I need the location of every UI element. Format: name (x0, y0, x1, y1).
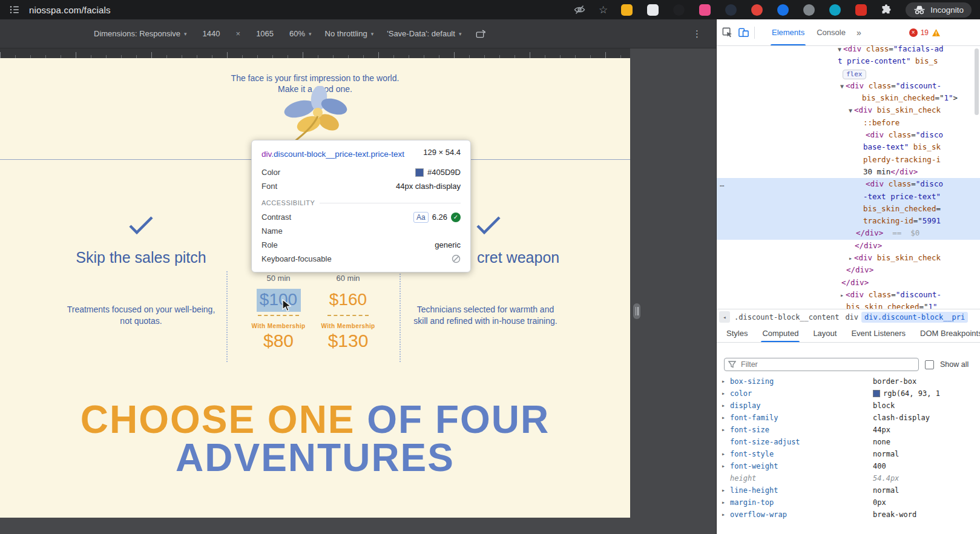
extension-blue-icon[interactable] (777, 4, 789, 16)
preview-eye-off-icon[interactable] (574, 4, 585, 15)
color-swatch (873, 390, 880, 397)
elements-tree-line[interactable]: </div> == $0 (717, 227, 980, 239)
breadcrumb-item[interactable]: .discount-block__content (731, 312, 842, 323)
show-all-checkbox[interactable] (925, 360, 934, 369)
chevron-down-icon: ▾ (371, 31, 374, 37)
throttling-dropdown[interactable]: No throttling▾ (325, 29, 374, 38)
computed-style-row[interactable]: ▸font-weight400 (717, 460, 980, 472)
rotate-viewport-icon[interactable] (475, 28, 486, 39)
tooltip-element-size: 129 × 54.4 (423, 148, 461, 160)
tooltip-color-row: Color #405D9D (261, 165, 461, 179)
tooltip-font-row: Font 44px clash-display (261, 179, 461, 193)
filter-box[interactable] (724, 358, 919, 371)
extension-dark-ring-icon[interactable] (673, 4, 685, 16)
extension-navy-icon[interactable] (725, 4, 737, 16)
breadcrumb-item[interactable]: div (842, 312, 861, 323)
not-focusable-icon (452, 254, 461, 263)
page-viewport: The face is your first impression to the… (0, 58, 630, 518)
elements-tree-line[interactable]: </div> (717, 240, 980, 252)
computed-style-row[interactable]: ▸displayblock (717, 400, 980, 412)
computed-style-row[interactable]: ▸colorrgb(64, 93, 1 (717, 387, 980, 400)
tooltip-role-row: Role generic (261, 238, 461, 252)
save-data-dropdown[interactable]: 'Save-Data': default▾ (387, 29, 461, 38)
elements-tree-line[interactable]: </div> (717, 277, 980, 289)
tooltip-accessibility-header: ACCESSIBILITY (261, 199, 461, 206)
breadcrumb-scroll-left-icon[interactable]: ◂ (719, 311, 730, 323)
elements-tree-line[interactable]: </div> (717, 264, 980, 276)
elements-tree-line[interactable]: ▸<div bis_skin_check (717, 252, 980, 264)
elements-tree-line[interactable]: ▸<div class="discount- (717, 289, 980, 301)
elements-tree-line[interactable]: flex (717, 68, 980, 80)
elements-tree-line[interactable]: ▼<div class="discount- (717, 80, 980, 92)
viewport-resize-handle[interactable] (633, 303, 640, 319)
sidebar-tab-layout[interactable]: Layout (806, 325, 844, 342)
browser-menu-icon[interactable] (8, 4, 21, 16)
error-count: 19 (921, 28, 929, 37)
zoom-dropdown[interactable]: 60%▾ (289, 29, 312, 38)
devtools-scrollbar[interactable] (975, 48, 979, 115)
devtools-tab-console[interactable]: Console (811, 19, 852, 45)
computed-style-row[interactable]: ▸overflow-wrapbreak-word (717, 509, 980, 521)
elements-tree-line[interactable]: ▼<div class="facials-ad (717, 43, 980, 55)
computed-style-row[interactable]: height54.4px (717, 472, 980, 484)
dimensions-separator: × (236, 29, 241, 38)
more-tabs-icon[interactable]: » (857, 28, 861, 38)
member-price-2: $130 (318, 331, 378, 351)
viewport-width-input[interactable]: 1440 (200, 28, 223, 39)
extension-teal-icon[interactable] (829, 4, 841, 16)
elements-tree-line[interactable]: 30 min</div> (717, 166, 980, 178)
elements-tree-line[interactable]: bis_skin_checked="1" (717, 301, 980, 309)
device-toolbar-toggle-icon[interactable] (738, 27, 749, 38)
elements-tree-line[interactable]: ::before (717, 117, 980, 129)
elements-tree-line[interactable]: t price-content" bis_s (717, 55, 980, 67)
issues-cluster[interactable]: × 19 (909, 28, 941, 37)
computed-style-row[interactable]: ▸line-heightnormal (717, 484, 980, 496)
elements-tree-line[interactable]: <div class="disco (717, 129, 980, 141)
computed-style-row[interactable]: ▸margin-top0px (717, 496, 980, 509)
computed-style-row[interactable]: ▸box-sizingborder-box (717, 375, 980, 387)
extensions-puzzle-icon[interactable] (880, 4, 892, 16)
breadcrumb: ◂ .discount-block__contentdivdiv.discoun… (717, 309, 980, 325)
computed-style-row[interactable]: ▸font-size44px (717, 424, 980, 436)
elements-tree-line[interactable]: bis_skin_checked="1"> (717, 92, 980, 104)
node-options-icon[interactable]: … (720, 178, 725, 190)
elements-tree-line[interactable]: bis_skin_checked= (717, 203, 980, 215)
dimensions-dropdown[interactable]: Dimensions: Responsive▾ (94, 29, 187, 38)
devtools-tab-elements[interactable]: Elements (766, 19, 811, 45)
contrast-aa-badge: Aa (413, 212, 429, 223)
show-all-label: Show all (940, 360, 968, 369)
extension-gray-icon[interactable] (803, 4, 815, 16)
elements-tree-line[interactable]: tracking-id="5991 (717, 215, 980, 227)
computed-style-row[interactable]: font-size-adjustnone (717, 436, 980, 448)
tooltip-contrast-row: Contrast Aa6.26✓ (261, 210, 461, 224)
url-field[interactable]: niosspa.com/facials (29, 5, 111, 15)
sidebar-tab-styles[interactable]: Styles (719, 325, 755, 342)
elements-tree-line[interactable]: …<div class="disco (717, 178, 980, 190)
extension-pink-icon[interactable] (699, 4, 711, 16)
chevron-down-icon: ▾ (459, 31, 462, 37)
viewport-height-input[interactable]: 1065 (254, 28, 276, 39)
extension-yellow-icon[interactable] (621, 4, 633, 16)
duration-label-2: 60 min (321, 274, 375, 283)
sidebar-tab-dom-breakpoints[interactable]: DOM Breakpoints (913, 325, 980, 342)
extension-red-icon[interactable] (751, 4, 763, 16)
screen: niosspa.com/facials ☆ Incognito Dimensio… (0, 0, 980, 534)
elements-tree-line[interactable]: -text price-text" (717, 191, 980, 203)
extension-light-icon[interactable] (647, 4, 659, 16)
inspect-element-icon[interactable] (722, 27, 733, 38)
elements-tree-line[interactable]: base-text" bis_sk (717, 141, 980, 153)
elements-tree-line[interactable]: plerdy-tracking-i (717, 154, 980, 166)
bookmark-star-icon[interactable]: ☆ (599, 5, 608, 15)
elements-tree-line[interactable]: ▼<div bis_skin_check (717, 104, 980, 116)
device-toolbar-more-icon[interactable]: ⋮ (692, 28, 702, 39)
filter-input[interactable] (740, 360, 915, 369)
extension-shield-red-icon[interactable] (855, 4, 867, 16)
computed-style-row[interactable]: ▸font-stylenormal (717, 448, 980, 460)
tooltip-element-name: div.discount-block__price-text.price-tex… (261, 148, 414, 160)
sidebar-tab-computed[interactable]: Computed (755, 325, 806, 342)
breadcrumb-item[interactable]: div.discount-block__pri (861, 312, 968, 323)
sidebar-tab-event-listeners[interactable]: Event Listeners (844, 325, 913, 342)
column-separator (226, 271, 228, 362)
computed-style-row[interactable]: ▸font-familyclash-display (717, 412, 980, 424)
extension-icons (621, 4, 867, 16)
